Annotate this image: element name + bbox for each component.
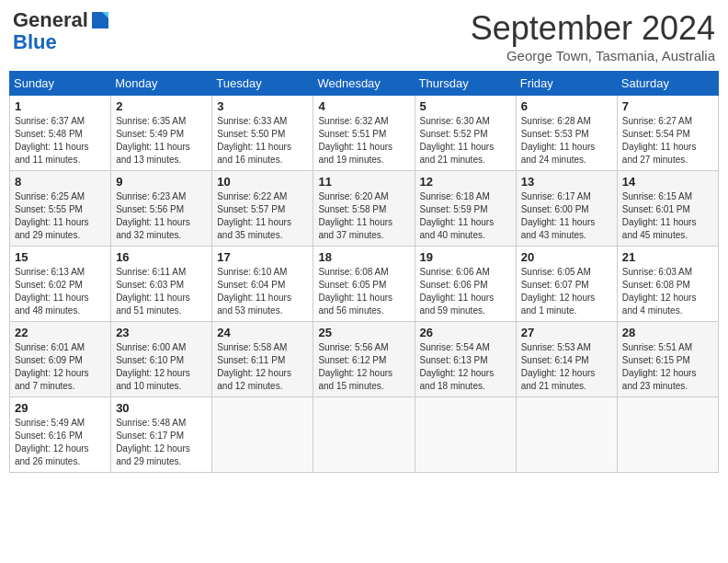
day-info: Sunrise: 6:08 AM Sunset: 6:05 PM Dayligh… — [318, 266, 409, 317]
calendar-cell: 20Sunrise: 6:05 AM Sunset: 6:07 PM Dayli… — [516, 247, 617, 322]
calendar-cell: 13Sunrise: 6:17 AM Sunset: 6:00 PM Dayli… — [516, 171, 617, 247]
day-info: Sunrise: 5:58 AM Sunset: 6:11 PM Dayligh… — [217, 341, 308, 393]
day-number: 23 — [116, 326, 207, 339]
day-number: 1 — [15, 99, 106, 113]
calendar-cell: 3Sunrise: 6:33 AM Sunset: 5:50 PM Daylig… — [212, 96, 313, 171]
calendar-cell: 24Sunrise: 5:58 AM Sunset: 6:11 PM Dayli… — [212, 322, 313, 397]
location-text: George Town, Tasmania, Australia — [471, 48, 715, 63]
day-info: Sunrise: 6:37 AM Sunset: 5:48 PM Dayligh… — [15, 115, 106, 167]
day-info: Sunrise: 5:53 AM Sunset: 6:14 PM Dayligh… — [521, 341, 612, 393]
calendar-table: SundayMondayTuesdayWednesdayThursdayFrid… — [9, 71, 719, 473]
calendar-cell — [313, 397, 415, 473]
calendar-cell: 28Sunrise: 5:51 AM Sunset: 6:15 PM Dayli… — [617, 322, 718, 397]
logo-icon — [90, 10, 110, 30]
day-number: 19 — [420, 250, 511, 264]
weekday-header-row: SundayMondayTuesdayWednesdayThursdayFrid… — [10, 72, 719, 96]
calendar-week-row: 15Sunrise: 6:13 AM Sunset: 6:02 PM Dayli… — [10, 247, 719, 322]
day-number: 18 — [318, 250, 409, 264]
day-number: 16 — [116, 250, 207, 264]
weekday-header-tuesday: Tuesday — [212, 72, 313, 96]
calendar-cell: 1Sunrise: 6:37 AM Sunset: 5:48 PM Daylig… — [10, 96, 111, 171]
day-info: Sunrise: 6:00 AM Sunset: 6:10 PM Dayligh… — [116, 341, 207, 393]
day-info: Sunrise: 6:25 AM Sunset: 5:55 PM Dayligh… — [15, 190, 106, 242]
calendar-cell — [212, 397, 313, 473]
calendar-cell: 10Sunrise: 6:22 AM Sunset: 5:57 PM Dayli… — [212, 171, 313, 247]
day-number: 20 — [521, 250, 612, 264]
day-info: Sunrise: 5:54 AM Sunset: 6:13 PM Dayligh… — [420, 341, 511, 393]
calendar-cell: 14Sunrise: 6:15 AM Sunset: 6:01 PM Dayli… — [617, 171, 718, 247]
day-number: 25 — [318, 326, 409, 339]
calendar-cell: 21Sunrise: 6:03 AM Sunset: 6:08 PM Dayli… — [617, 247, 718, 322]
calendar-cell: 6Sunrise: 6:28 AM Sunset: 5:53 PM Daylig… — [516, 96, 617, 171]
calendar-cell: 30Sunrise: 5:48 AM Sunset: 6:17 PM Dayli… — [111, 397, 212, 473]
day-info: Sunrise: 5:51 AM Sunset: 6:15 PM Dayligh… — [622, 341, 713, 393]
calendar-cell — [516, 397, 617, 473]
day-info: Sunrise: 6:17 AM Sunset: 6:00 PM Dayligh… — [521, 190, 612, 242]
calendar-week-row: 8Sunrise: 6:25 AM Sunset: 5:55 PM Daylig… — [10, 171, 719, 247]
day-info: Sunrise: 6:03 AM Sunset: 6:08 PM Dayligh… — [622, 266, 713, 317]
day-number: 11 — [318, 175, 409, 189]
day-number: 24 — [217, 326, 308, 339]
weekday-header-saturday: Saturday — [617, 72, 718, 96]
weekday-header-friday: Friday — [516, 72, 617, 96]
calendar-cell: 12Sunrise: 6:18 AM Sunset: 5:59 PM Dayli… — [415, 171, 516, 247]
weekday-header-monday: Monday — [111, 72, 212, 96]
day-info: Sunrise: 6:28 AM Sunset: 5:53 PM Dayligh… — [521, 115, 612, 167]
calendar-cell: 17Sunrise: 6:10 AM Sunset: 6:04 PM Dayli… — [212, 247, 313, 322]
day-info: Sunrise: 6:10 AM Sunset: 6:04 PM Dayligh… — [217, 266, 308, 317]
day-number: 28 — [622, 326, 713, 339]
day-number: 3 — [217, 99, 308, 113]
logo: General Blue — [13, 9, 110, 53]
day-info: Sunrise: 6:35 AM Sunset: 5:49 PM Dayligh… — [116, 115, 207, 167]
day-info: Sunrise: 5:48 AM Sunset: 6:17 PM Dayligh… — [116, 417, 207, 468]
day-number: 2 — [116, 99, 207, 113]
calendar-cell: 25Sunrise: 5:56 AM Sunset: 6:12 PM Dayli… — [313, 322, 415, 397]
calendar-week-row: 22Sunrise: 6:01 AM Sunset: 6:09 PM Dayli… — [10, 322, 719, 397]
day-info: Sunrise: 6:11 AM Sunset: 6:03 PM Dayligh… — [116, 266, 207, 317]
day-info: Sunrise: 6:27 AM Sunset: 5:54 PM Dayligh… — [622, 115, 713, 167]
day-number: 14 — [622, 175, 713, 189]
calendar-week-row: 29Sunrise: 5:49 AM Sunset: 6:16 PM Dayli… — [10, 397, 719, 473]
calendar-cell: 5Sunrise: 6:30 AM Sunset: 5:52 PM Daylig… — [415, 96, 516, 171]
day-info: Sunrise: 6:33 AM Sunset: 5:50 PM Dayligh… — [217, 115, 308, 167]
day-info: Sunrise: 6:18 AM Sunset: 5:59 PM Dayligh… — [420, 190, 511, 242]
calendar-cell: 18Sunrise: 6:08 AM Sunset: 6:05 PM Dayli… — [313, 247, 415, 322]
calendar-cell: 2Sunrise: 6:35 AM Sunset: 5:49 PM Daylig… — [111, 96, 212, 171]
calendar-cell: 16Sunrise: 6:11 AM Sunset: 6:03 PM Dayli… — [111, 247, 212, 322]
day-number: 29 — [15, 401, 106, 415]
day-info: Sunrise: 5:56 AM Sunset: 6:12 PM Dayligh… — [318, 341, 409, 393]
calendar-cell: 23Sunrise: 6:00 AM Sunset: 6:10 PM Dayli… — [111, 322, 212, 397]
day-number: 15 — [15, 250, 106, 264]
day-info: Sunrise: 6:20 AM Sunset: 5:58 PM Dayligh… — [318, 190, 409, 242]
calendar-cell: 8Sunrise: 6:25 AM Sunset: 5:55 PM Daylig… — [10, 171, 111, 247]
day-info: Sunrise: 6:22 AM Sunset: 5:57 PM Dayligh… — [217, 190, 308, 242]
day-info: Sunrise: 6:32 AM Sunset: 5:51 PM Dayligh… — [318, 115, 409, 167]
day-number: 7 — [622, 99, 713, 113]
day-number: 21 — [622, 250, 713, 264]
day-number: 13 — [521, 175, 612, 189]
month-title: September 2024 — [471, 9, 715, 48]
calendar-cell: 7Sunrise: 6:27 AM Sunset: 5:54 PM Daylig… — [617, 96, 718, 171]
day-number: 17 — [217, 250, 308, 264]
day-info: Sunrise: 6:13 AM Sunset: 6:02 PM Dayligh… — [15, 266, 106, 317]
day-info: Sunrise: 6:15 AM Sunset: 6:01 PM Dayligh… — [622, 190, 713, 242]
calendar-cell: 27Sunrise: 5:53 AM Sunset: 6:14 PM Dayli… — [516, 322, 617, 397]
day-number: 22 — [15, 326, 106, 339]
day-info: Sunrise: 6:05 AM Sunset: 6:07 PM Dayligh… — [521, 266, 612, 317]
day-info: Sunrise: 6:23 AM Sunset: 5:56 PM Dayligh… — [116, 190, 207, 242]
logo-blue-text: Blue — [13, 31, 57, 53]
day-info: Sunrise: 5:49 AM Sunset: 6:16 PM Dayligh… — [15, 417, 106, 468]
day-number: 26 — [420, 326, 511, 339]
day-info: Sunrise: 6:06 AM Sunset: 6:06 PM Dayligh… — [420, 266, 511, 317]
calendar-cell: 4Sunrise: 6:32 AM Sunset: 5:51 PM Daylig… — [313, 96, 415, 171]
day-number: 27 — [521, 326, 612, 339]
calendar-cell — [617, 397, 718, 473]
day-info: Sunrise: 6:30 AM Sunset: 5:52 PM Dayligh… — [420, 115, 511, 167]
calendar-cell: 11Sunrise: 6:20 AM Sunset: 5:58 PM Dayli… — [313, 171, 415, 247]
calendar-cell — [415, 397, 516, 473]
day-number: 10 — [217, 175, 308, 189]
calendar-cell: 29Sunrise: 5:49 AM Sunset: 6:16 PM Dayli… — [10, 397, 111, 473]
calendar-cell: 26Sunrise: 5:54 AM Sunset: 6:13 PM Dayli… — [415, 322, 516, 397]
weekday-header-wednesday: Wednesday — [313, 72, 415, 96]
day-number: 8 — [15, 175, 106, 189]
